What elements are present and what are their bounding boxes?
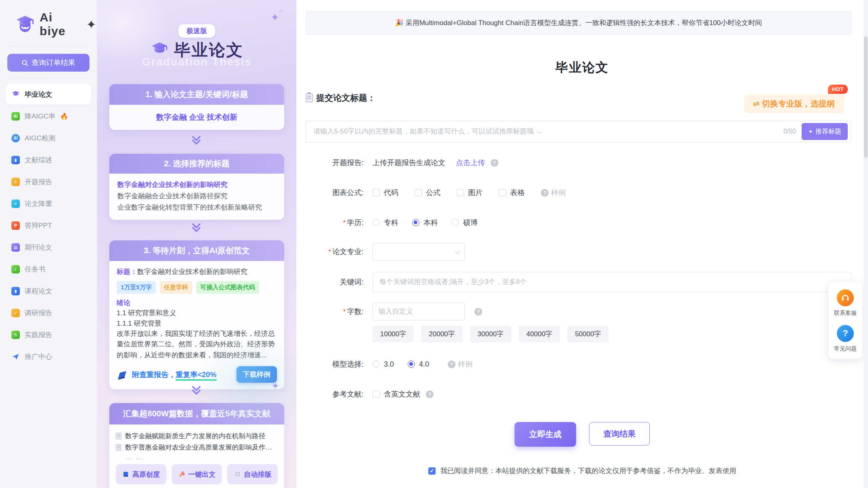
help-icon[interactable]: ? [491, 159, 498, 167]
download-sample-button[interactable]: 下载样例 [236, 366, 277, 383]
sidebar-item-promotion-center[interactable]: 推广中心 [6, 346, 91, 367]
submit-title-label-row: 提交论文标题： [306, 92, 376, 104]
wordcount-label: *字数: [296, 307, 364, 316]
app-logo[interactable]: Ai biye ✦ [0, 0, 97, 46]
chevron-down-icon [191, 134, 202, 143]
switch-pro-version-button[interactable]: HOT ⇌ 切换专业版，选提纲 [744, 94, 844, 113]
help-icon[interactable]: ? [448, 361, 455, 368]
recommend-title-label: 推荐标题 [815, 127, 841, 136]
checkbox-english-refs[interactable]: 含英文文献 [372, 389, 420, 399]
english-refs-checkbox[interactable] [372, 390, 380, 398]
checkbox-code[interactable]: 代码 [372, 188, 398, 197]
promo-banner: 🎉 采用Multimodal+Global Thought Chain语言模型生… [306, 11, 851, 35]
scrollbar-thumb[interactable] [864, 36, 868, 158]
sidebar-item-defense-ppt[interactable]: P 答辩PPT [6, 215, 91, 236]
robot-graduation-logo-icon [15, 15, 36, 34]
chevron-down-icon [455, 248, 460, 254]
sample-link[interactable]: 样例 [551, 188, 566, 197]
generate-now-button[interactable]: 立即生成 [515, 422, 576, 447]
ppt-file-icon: P [11, 221, 20, 230]
recommended-title[interactable]: 数字金融对企业技术创新的影响研究 [117, 179, 276, 191]
contact-service-button[interactable]: 联系客服 [834, 289, 857, 317]
agreement-checkbox[interactable] [428, 467, 436, 475]
contact-service-label: 联系客服 [834, 310, 857, 317]
thesis-title-input[interactable] [313, 127, 778, 136]
sidebar-item-reduce-aigc[interactable]: AI 降AIGC率 🔥 [6, 106, 91, 126]
sample-link[interactable]: 样例 [458, 359, 472, 369]
sidebar-item-thesis-dedup[interactable]: ≈ 论文降重 [6, 193, 91, 214]
checkbox-image[interactable]: 图片 [457, 188, 483, 197]
brand-name: Ai biye [40, 11, 82, 38]
sidebar-item-label: 降AIGC率 [25, 112, 55, 121]
code-checkbox[interactable] [372, 189, 380, 196]
radio-master-phd[interactable]: 硕博 [452, 218, 478, 227]
formula-checkbox[interactable] [415, 189, 422, 196]
sidebar-item-label: 调研报告 [25, 308, 52, 318]
preset-20000[interactable]: 20000字 [421, 326, 462, 342]
form-row-word-presets: 10000字 20000字 30000字 40000字 50000字 [296, 326, 859, 342]
junior-college-radio[interactable] [372, 219, 380, 226]
form-row-references: 参考文献: 含英文文献 ? [296, 386, 859, 402]
sidebar-item-label: 推广中心 [25, 352, 52, 361]
sidebar-item-course-paper[interactable]: ▮ 课程论文 [6, 281, 91, 301]
sidebar-item-journal-paper[interactable]: ▤ 期刊论文 [6, 237, 91, 257]
references-label: 参考文献: [296, 389, 364, 399]
book-icon [122, 471, 130, 478]
sidebar-item-graduation-thesis[interactable]: 毕业论文 [6, 84, 91, 104]
sidebar-item-task-book[interactable]: ✓ 任务书 [6, 259, 91, 279]
preset-10000[interactable]: 10000字 [372, 326, 414, 342]
help-icon[interactable]: ? [474, 308, 482, 316]
table-checkbox[interactable] [499, 189, 506, 196]
switch-pro-version-label: 切换专业版，选提纲 [762, 99, 835, 108]
radio-model-4[interactable]: 4.0 [408, 360, 429, 369]
char-counter: 0/50 [783, 128, 796, 135]
preset-50000[interactable]: 50000字 [567, 326, 608, 342]
proposal-label: 开题报告: [296, 158, 364, 168]
sidebar-item-literature-review[interactable]: ▮ 文献综述 [6, 150, 91, 170]
checkbox-formula[interactable]: 公式 [415, 188, 440, 197]
data-sources-card: 汇集超800W篇数据，覆盖近5年真实文献 数字金融赋能新质生产力发展的内在机制与… [109, 403, 284, 488]
ellipsis-text: ... ... [126, 454, 278, 461]
master-phd-radio[interactable] [452, 219, 459, 226]
model-4-radio[interactable] [408, 361, 415, 368]
sidebar-item-proposal-report[interactable]: ≡ 开题报告 [6, 172, 91, 192]
major-label: *论文专业: [296, 247, 364, 257]
radio-junior-college[interactable]: 专科 [372, 218, 398, 227]
query-order-results-button[interactable]: 查询订单结果 [7, 54, 89, 72]
step1-card: 1. 输入论文主题/关键词/标题 数字金融 企业 技术创新 [109, 84, 284, 130]
preset-40000[interactable]: 40000字 [519, 326, 560, 342]
recommend-title-button[interactable]: ✦ 推荐标题 [802, 123, 848, 140]
form-row-proposal: 开题报告: 上传开题报告生成论文 点击上传 ? [296, 155, 859, 171]
faq-button[interactable]: ? 常见问题 [834, 325, 857, 352]
recommended-title[interactable]: 企业数字金融化转型背景下的技术创新策略研究 [117, 202, 276, 213]
form-row-wordcount: *字数: ? [296, 303, 859, 320]
help-icon[interactable]: ? [541, 189, 549, 197]
model-3-radio[interactable] [372, 361, 380, 368]
sidebar-item-label: 期刊论文 [25, 243, 52, 252]
query-results-button[interactable]: 查询结果 [589, 422, 650, 446]
sidebar-item-practice-report[interactable]: ✎ 实践报告 [6, 325, 91, 345]
sidebar-menu: 毕业论文 AI 降AIGC率 🔥 AI AIGC检测 ▮ 文献综述 ≡ 开题报告… [0, 81, 97, 367]
click-upload-link[interactable]: 点击上传 [456, 158, 485, 168]
promo-watermark: Graduation Thesis [97, 56, 296, 68]
wordcount-input[interactable] [372, 303, 465, 320]
survey-report-icon: ✓ [11, 309, 20, 317]
sample-title-value: 数字金融对企业技术创新的影响研究 [137, 268, 247, 276]
image-checkbox[interactable] [457, 189, 464, 196]
recommended-title[interactable]: 数字金融融合企业技术创新路径探究 [117, 191, 276, 202]
task-book-icon: ✓ [11, 265, 20, 274]
document-icon [116, 433, 121, 439]
keywords-input[interactable] [372, 272, 851, 292]
sidebar-item-survey-report[interactable]: ✓ 调研报告 [6, 303, 91, 323]
preset-30000[interactable]: 30000字 [470, 326, 511, 342]
help-icon[interactable]: ? [426, 390, 434, 398]
major-select[interactable] [372, 243, 465, 261]
bachelor-radio[interactable] [412, 219, 419, 226]
page-scrollbar[interactable] [864, 0, 868, 488]
checkbox-table[interactable]: 表格 [499, 188, 525, 197]
required-asterisk: * [343, 219, 346, 227]
radio-model-3[interactable]: 3.0 [372, 360, 394, 369]
radio-bachelor[interactable]: 本科 [412, 218, 438, 227]
sidebar-item-aigc-detect[interactable]: AI AIGC检测 [6, 128, 91, 148]
feature-auto-typeset: 自动排版 [227, 464, 278, 484]
